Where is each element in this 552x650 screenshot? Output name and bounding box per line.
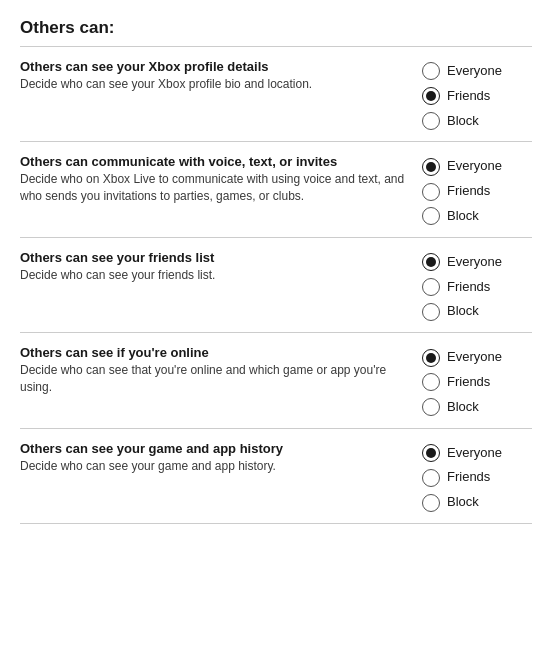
radio-option-game-history-everyone[interactable]: Everyone [422, 443, 532, 464]
page-container: Others can: Others can see your Xbox pro… [0, 0, 552, 534]
radio-option-online-status-everyone[interactable]: Everyone [422, 347, 532, 368]
setting-label-friends-list: Others can see your friends list [20, 250, 410, 265]
setting-description-communicate: Decide who on Xbox Live to communicate w… [20, 171, 410, 205]
setting-label-communicate: Others can communicate with voice, text,… [20, 154, 410, 169]
radio-label-profile-details-everyone: Everyone [447, 61, 502, 82]
radio-circle-communicate-friends [422, 183, 440, 201]
radio-option-friends-list-friends[interactable]: Friends [422, 277, 532, 298]
setting-label-profile-details: Others can see your Xbox profile details [20, 59, 410, 74]
radio-circle-game-history-block [422, 494, 440, 512]
radio-label-communicate-block: Block [447, 206, 479, 227]
radio-circle-communicate-everyone [422, 158, 440, 176]
radio-label-game-history-friends: Friends [447, 467, 490, 488]
radio-option-profile-details-friends[interactable]: Friends [422, 86, 532, 107]
radio-option-friends-list-everyone[interactable]: Everyone [422, 252, 532, 273]
radio-option-online-status-block[interactable]: Block [422, 397, 532, 418]
radio-label-communicate-everyone: Everyone [447, 156, 502, 177]
radio-label-profile-details-block: Block [447, 111, 479, 132]
radio-group-game-history: EveryoneFriendsBlock [422, 441, 532, 513]
radio-circle-profile-details-everyone [422, 62, 440, 80]
settings-list: Others can see your Xbox profile details… [20, 47, 532, 524]
radio-option-profile-details-block[interactable]: Block [422, 111, 532, 132]
setting-description-online-status: Decide who can see that you're online an… [20, 362, 410, 396]
setting-text-online-status: Others can see if you're onlineDecide wh… [20, 345, 422, 396]
radio-group-profile-details: EveryoneFriendsBlock [422, 59, 532, 131]
radio-group-online-status: EveryoneFriendsBlock [422, 345, 532, 417]
radio-circle-game-history-friends [422, 469, 440, 487]
setting-label-online-status: Others can see if you're online [20, 345, 410, 360]
radio-circle-friends-list-friends [422, 278, 440, 296]
radio-option-friends-list-block[interactable]: Block [422, 301, 532, 322]
radio-circle-friends-list-everyone [422, 253, 440, 271]
radio-circle-profile-details-friends [422, 87, 440, 105]
setting-row-game-history: Others can see your game and app history… [20, 429, 532, 524]
radio-circle-online-status-friends [422, 373, 440, 391]
radio-label-game-history-block: Block [447, 492, 479, 513]
setting-description-profile-details: Decide who can see your Xbox profile bio… [20, 76, 410, 93]
radio-label-friends-list-everyone: Everyone [447, 252, 502, 273]
radio-label-online-status-friends: Friends [447, 372, 490, 393]
radio-option-communicate-block[interactable]: Block [422, 206, 532, 227]
setting-text-profile-details: Others can see your Xbox profile details… [20, 59, 422, 93]
radio-label-online-status-block: Block [447, 397, 479, 418]
setting-text-communicate: Others can communicate with voice, text,… [20, 154, 422, 205]
radio-option-game-history-friends[interactable]: Friends [422, 467, 532, 488]
setting-text-game-history: Others can see your game and app history… [20, 441, 422, 475]
radio-option-communicate-everyone[interactable]: Everyone [422, 156, 532, 177]
page-title: Others can: [20, 18, 532, 38]
radio-option-online-status-friends[interactable]: Friends [422, 372, 532, 393]
radio-group-friends-list: EveryoneFriendsBlock [422, 250, 532, 322]
radio-circle-profile-details-block [422, 112, 440, 130]
radio-label-profile-details-friends: Friends [447, 86, 490, 107]
radio-group-communicate: EveryoneFriendsBlock [422, 154, 532, 226]
setting-row-friends-list: Others can see your friends listDecide w… [20, 238, 532, 333]
radio-circle-online-status-everyone [422, 349, 440, 367]
radio-label-communicate-friends: Friends [447, 181, 490, 202]
setting-row-profile-details: Others can see your Xbox profile details… [20, 47, 532, 142]
radio-label-game-history-everyone: Everyone [447, 443, 502, 464]
radio-label-friends-list-block: Block [447, 301, 479, 322]
radio-option-profile-details-everyone[interactable]: Everyone [422, 61, 532, 82]
radio-circle-game-history-everyone [422, 444, 440, 462]
radio-option-communicate-friends[interactable]: Friends [422, 181, 532, 202]
radio-option-game-history-block[interactable]: Block [422, 492, 532, 513]
radio-circle-friends-list-block [422, 303, 440, 321]
setting-text-friends-list: Others can see your friends listDecide w… [20, 250, 422, 284]
setting-description-game-history: Decide who can see your game and app his… [20, 458, 410, 475]
setting-row-online-status: Others can see if you're onlineDecide wh… [20, 333, 532, 428]
radio-circle-online-status-block [422, 398, 440, 416]
setting-row-communicate: Others can communicate with voice, text,… [20, 142, 532, 237]
setting-description-friends-list: Decide who can see your friends list. [20, 267, 410, 284]
setting-label-game-history: Others can see your game and app history [20, 441, 410, 456]
radio-circle-communicate-block [422, 207, 440, 225]
radio-label-friends-list-friends: Friends [447, 277, 490, 298]
radio-label-online-status-everyone: Everyone [447, 347, 502, 368]
